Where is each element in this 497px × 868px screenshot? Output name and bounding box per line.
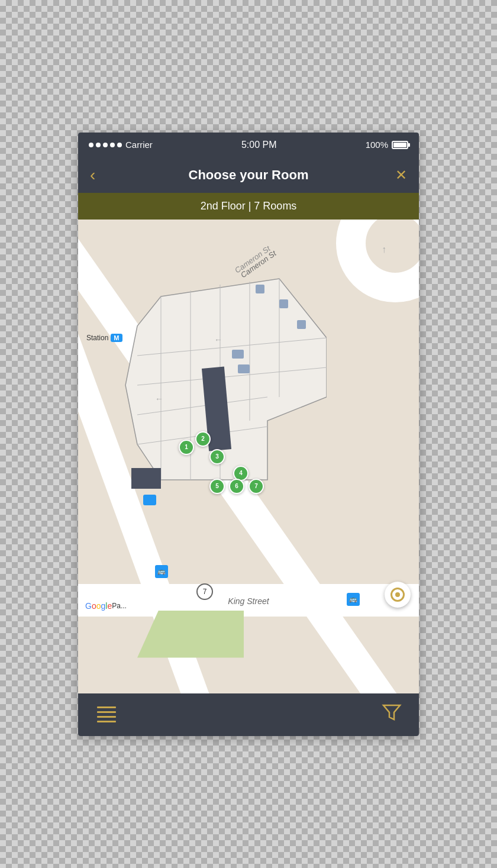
signal-dots — [89, 143, 122, 147]
floor-info: 2nd Floor | 7 Rooms — [201, 200, 297, 212]
room-label: 2 — [201, 435, 205, 442]
arrow-1: ↑ — [382, 244, 386, 255]
room-marker-7[interactable]: 7 — [248, 479, 264, 494]
signal-dot — [89, 143, 93, 147]
signal-dot — [96, 143, 101, 147]
signal-dot — [110, 143, 115, 147]
google-suffix: Pa... — [112, 602, 127, 610]
room-marker-5[interactable]: 5 — [209, 479, 225, 494]
transit-station: Station M — [86, 334, 122, 342]
header: ‹ Choose your Room ✕ — [78, 157, 419, 193]
building-container: 1 2 3 4 5 6 7 — [114, 267, 327, 521]
list-line-2 — [97, 711, 116, 713]
google-o1: o — [92, 601, 96, 611]
location-icon — [390, 588, 405, 602]
list-line-3 — [97, 716, 116, 718]
battery-label: 100% — [366, 140, 388, 150]
room-marker-2[interactable]: 2 — [195, 431, 211, 447]
station-label: Station — [86, 334, 108, 342]
battery-icon — [392, 141, 408, 149]
svg-rect-15 — [232, 350, 244, 359]
svg-rect-16 — [238, 364, 250, 373]
signal-dot — [117, 143, 122, 147]
svg-rect-11 — [131, 468, 161, 489]
location-button[interactable] — [385, 582, 411, 608]
google-logo: G o o g l e Pa... — [85, 601, 127, 611]
svg-rect-12 — [256, 285, 264, 293]
carrier-label: Carrier — [125, 140, 153, 150]
svg-marker-18 — [383, 705, 400, 719]
bus-icon-2: 🚌 — [347, 593, 360, 606]
status-bar: Carrier 5:00 PM 100% — [78, 133, 419, 157]
arrow-2: ← — [214, 335, 222, 344]
page-title: Choose your Room — [108, 167, 389, 183]
status-left: Carrier — [89, 140, 153, 150]
bottom-toolbar — [78, 693, 419, 736]
list-line-4 — [97, 721, 116, 722]
bus-icon-1: 🚌 — [155, 565, 168, 578]
svg-rect-17 — [143, 495, 156, 505]
google-e: e — [107, 601, 112, 611]
king-street-label: King Street — [228, 596, 269, 606]
room-label: 3 — [215, 453, 219, 460]
back-button[interactable]: ‹ — [90, 166, 108, 185]
time-label: 5:00 PM — [241, 140, 277, 150]
list-line-1 — [97, 706, 116, 708]
room-marker-3[interactable]: 3 — [209, 449, 225, 464]
svg-rect-13 — [279, 299, 288, 308]
room-marker-6[interactable]: 6 — [229, 479, 244, 494]
map-area[interactable]: 1 2 3 4 5 6 7 ↑ ← ← Cameron — [78, 220, 419, 693]
metro-badge: M — [111, 334, 122, 342]
phone-frame: Carrier 5:00 PM 100% ‹ Choose your Room … — [78, 133, 419, 736]
room-label: 1 — [185, 444, 188, 450]
battery-fill — [393, 143, 406, 147]
close-button[interactable]: ✕ — [389, 167, 407, 183]
room-label: 4 — [239, 470, 243, 476]
google-g: G — [85, 601, 92, 611]
signal-dot — [103, 143, 108, 147]
arrow-3: ← — [155, 394, 163, 404]
svg-rect-14 — [297, 320, 306, 329]
room-label: 5 — [215, 483, 219, 489]
filter-button[interactable] — [381, 702, 402, 728]
list-view-button[interactable] — [95, 703, 118, 727]
google-g2: g — [101, 601, 105, 611]
road-number-badge: 7 — [196, 583, 213, 600]
room-marker-1[interactable]: 1 — [179, 440, 194, 455]
status-right: 100% — [366, 140, 408, 150]
sub-header: 2nd Floor | 7 Rooms — [78, 193, 419, 220]
room-label: 6 — [235, 483, 238, 489]
filter-icon — [381, 702, 402, 723]
svg-marker-0 — [125, 279, 327, 480]
google-o2: o — [96, 601, 101, 611]
room-label: 7 — [254, 483, 258, 489]
